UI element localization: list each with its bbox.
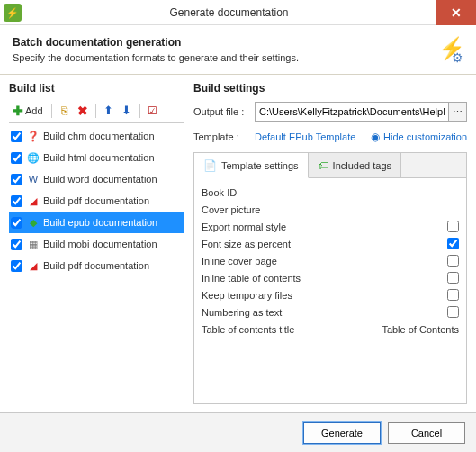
setting-checkbox[interactable] — [447, 255, 459, 267]
setting-label: Table of contents title — [202, 324, 382, 335]
build-item-checkbox[interactable] — [11, 260, 22, 272]
build-item[interactable]: WBuild word documentation — [9, 168, 184, 190]
separator — [51, 104, 52, 118]
build-item-checkbox[interactable] — [11, 239, 22, 250]
setting-label: Numbering as text — [202, 307, 447, 318]
build-item-label: Build mobi documentation — [43, 239, 157, 249]
window-title: Generate documentation — [22, 6, 436, 19]
titlebar: ⚡ Generate documentation ✕ — [0, 0, 476, 25]
doc-type-icon: ▦ — [27, 238, 40, 250]
tag-icon: 🏷 — [318, 159, 328, 172]
build-item-checkbox[interactable] — [11, 131, 22, 142]
dialog-footer: Generate Cancel — [0, 412, 476, 452]
tabs-header: 📄 Template settings 🏷 Included tags — [194, 153, 466, 178]
build-item[interactable]: ◢Build pdf documentation — [9, 255, 184, 276]
build-item-label: Build pdf documentation — [43, 260, 149, 271]
setting-checkbox[interactable] — [447, 289, 459, 301]
app-icon: ⚡ — [4, 4, 22, 22]
setting-label: Inline table of contents — [202, 273, 447, 284]
template-label: Template : — [193, 131, 255, 142]
build-item[interactable]: ◆Build epub documentation — [9, 212, 184, 233]
settings-tabs-panel: 📄 Template settings 🏷 Included tags Book… — [193, 152, 467, 404]
doc-type-icon: ❓ — [27, 130, 40, 142]
setting-row: Numbering as text — [202, 303, 459, 321]
setting-row: Font size as percent — [202, 235, 459, 252]
setting-row: Inline cover page — [202, 252, 459, 269]
duplicate-button[interactable]: ⎘ — [57, 103, 73, 119]
setting-row: Keep temporary files — [202, 286, 459, 303]
setting-label: Keep temporary files — [202, 290, 447, 301]
check-icon: ☑ — [148, 104, 157, 117]
move-up-button[interactable]: ⬆ — [101, 103, 117, 119]
cancel-button[interactable]: Cancel — [388, 422, 465, 444]
setting-checkbox[interactable] — [447, 306, 459, 318]
setting-checkbox[interactable] — [447, 272, 459, 284]
setting-row: Inline table of contents — [202, 269, 459, 286]
hide-customization-link[interactable]: ◉ Hide customization — [371, 131, 467, 143]
build-item-label: Build pdf documentation — [43, 195, 149, 206]
hide-customization-label: Hide customization — [383, 131, 467, 142]
plus-icon: ✚ — [13, 104, 23, 118]
build-item[interactable]: ◢Build pdf documentation — [9, 190, 184, 212]
setting-row: Book ID — [202, 184, 459, 201]
build-list: ❓Build chm documentation🌐Build html docu… — [9, 125, 184, 276]
setting-label: Export normal style — [202, 221, 447, 232]
setting-label: Font size as percent — [202, 239, 447, 249]
separator — [95, 104, 96, 118]
header-subtitle: Specify the documentation formats to gen… — [13, 52, 435, 63]
setting-label: Book ID — [202, 187, 459, 198]
add-button[interactable]: ✚ Add — [9, 104, 47, 118]
setting-checkbox[interactable] — [447, 238, 459, 249]
check-all-button[interactable]: ☑ — [145, 103, 161, 119]
setting-checkbox[interactable] — [447, 221, 459, 232]
output-file-browse-button[interactable]: ⋯ — [448, 103, 466, 121]
tab-included-tags[interactable]: 🏷 Included tags — [309, 153, 401, 177]
build-item-checkbox[interactable] — [11, 217, 22, 229]
setting-label: Cover picture — [202, 204, 459, 215]
build-item-label: Build html documentation — [43, 152, 155, 163]
build-item-label: Build chm documentation — [43, 131, 155, 141]
build-list-title: Build list — [9, 82, 184, 95]
delete-button[interactable]: ✖ — [75, 103, 91, 119]
close-button[interactable]: ✕ — [436, 0, 476, 25]
build-item-label: Build epub documentation — [43, 217, 157, 228]
output-file-label: Output file : — [193, 106, 255, 117]
setting-value: Table of Contents — [382, 324, 459, 335]
generate-button[interactable]: Generate — [303, 422, 381, 444]
build-item[interactable]: ▦Build mobi documentation — [9, 233, 184, 255]
tab-template-settings-label: Template settings — [221, 160, 299, 171]
build-item-checkbox[interactable] — [11, 152, 22, 164]
setting-row: Cover picture — [202, 201, 459, 218]
arrow-down-icon: ⬇ — [121, 104, 131, 117]
header-title: Batch documentation generation — [13, 36, 435, 49]
add-label: Add — [25, 105, 43, 116]
doc-type-icon: 🌐 — [27, 151, 40, 164]
separator — [139, 104, 140, 118]
doc-type-icon: W — [27, 173, 40, 185]
doc-type-icon: ◆ — [27, 216, 40, 229]
build-item-checkbox[interactable] — [11, 195, 22, 207]
build-item[interactable]: ❓Build chm documentation — [9, 125, 184, 147]
collapse-icon: ◉ — [371, 131, 380, 143]
delete-icon: ✖ — [77, 104, 88, 118]
move-down-button[interactable]: ⬇ — [119, 103, 135, 119]
header-icon: ⚡ ⚙ — [435, 36, 463, 65]
build-list-toolbar: ✚ Add ⎘ ✖ ⬆ ⬇ ☑ — [9, 102, 184, 123]
setting-label: Inline cover page — [202, 256, 447, 267]
tab-template-settings[interactable]: 📄 Template settings — [194, 153, 309, 178]
build-item-label: Build word documentation — [43, 174, 157, 185]
template-link[interactable]: Default EPub Template — [255, 131, 355, 142]
setting-row: Table of contents titleTable of Contents — [202, 321, 459, 338]
document-icon: 📄 — [203, 159, 217, 172]
output-file-input[interactable] — [256, 106, 448, 117]
setting-row: Export normal style — [202, 218, 459, 235]
template-settings-body: Book IDCover pictureExport normal styleF… — [194, 178, 466, 343]
output-file-box: ⋯ — [255, 102, 467, 122]
doc-type-icon: ◢ — [27, 259, 40, 272]
build-item-checkbox[interactable] — [11, 174, 22, 185]
tab-included-tags-label: Included tags — [333, 160, 391, 171]
arrow-up-icon: ⬆ — [103, 104, 113, 117]
build-item[interactable]: 🌐Build html documentation — [9, 147, 184, 168]
doc-type-icon: ◢ — [27, 194, 40, 207]
header: Batch documentation generation Specify t… — [0, 25, 476, 75]
